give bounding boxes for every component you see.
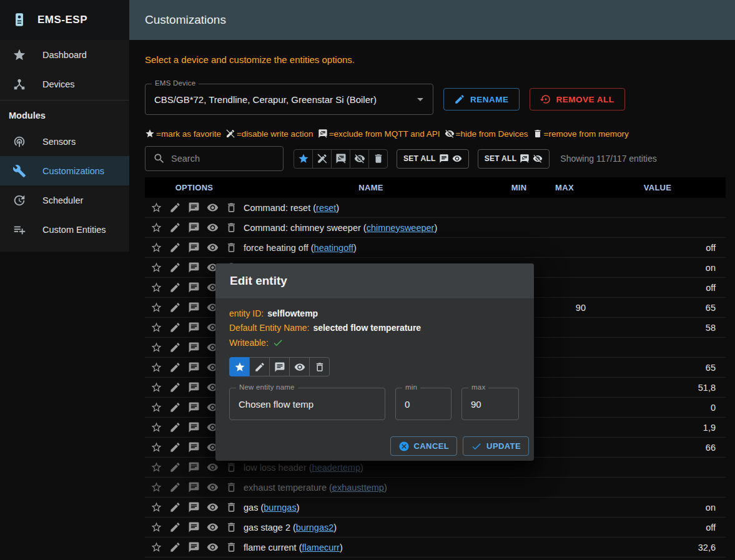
table-row[interactable]: force heating off (heatingoff)off [145,238,726,258]
min-input[interactable] [405,399,442,410]
filter-disable-write-button[interactable] [312,149,332,169]
min-field: min [395,388,451,420]
sidebar-item-customizations[interactable]: Customizations [0,156,129,185]
table-row[interactable]: gas stage 2 (burngas2)off [145,518,726,538]
chat-icon [188,361,200,373]
dialog-fields-row: New entity name min max [229,388,520,420]
intro-text: Select a device and customize the entiti… [145,54,726,66]
sidebar: EMS-ESP Dashboard Devices Modules Sensor… [0,0,129,560]
entity-id-value: selflowtemp [267,308,318,318]
entity-id-link[interactable]: headertemp [312,463,360,473]
chat-icon [188,262,200,273]
devices-icon [12,77,26,91]
new-entity-name-field: New entity name [229,388,385,420]
sidebar-item-sensors[interactable]: Sensors [0,127,129,156]
table-row[interactable]: gas (burngas)on [145,498,726,518]
entity-id-link[interactable]: heatingoff [314,243,353,253]
chat-icon [188,242,200,253]
sidebar-item-dashboard[interactable]: Dashboard [0,40,129,69]
row-option-icons [145,461,244,473]
toggle-exclude-mqtt-button[interactable] [269,357,290,376]
filter-exclude-mqtt-button[interactable] [331,149,350,169]
sidebar-nav: Dashboard Devices Modules Sensors Custom… [0,40,129,252]
entity-id-link[interactable]: exhausttemp [332,483,384,493]
writeable-line: Writeable: [229,337,520,348]
chat-icon [188,202,200,214]
chat-off-icon [318,129,328,139]
max-field: max [461,388,519,420]
sidebar-item-label: Custom Entities [42,225,106,235]
entity-name: exhaust temperature (exhausttemp) [244,483,498,493]
table-row[interactable]: exhaust temperature (exhausttemp) [145,478,726,498]
toggle-favorite-button[interactable] [229,357,250,376]
sidebar-item-label: Dashboard [42,50,87,60]
chat-icon [188,501,200,513]
rename-button[interactable]: RENAME [443,88,520,111]
star-icon [298,153,309,164]
device-row: EMS Device CBS/GB*72, Trendline, Cerapur… [145,84,726,115]
sidebar-item-custom-entities[interactable]: Custom Entities [0,215,129,244]
entity-value: 58 [589,323,726,333]
chat-icon [188,521,200,533]
chat-icon [188,541,200,553]
edit-icon [169,202,181,214]
edit-icon [254,361,265,373]
row-option-icons [145,501,244,513]
new-entity-name-input[interactable] [239,399,376,410]
toggle-remove-button[interactable] [309,357,330,376]
table-row[interactable]: Command: chimney sweeper (chimneysweeper… [145,218,726,238]
entity-id-link[interactable]: chimneysweeper [367,223,435,233]
search-input[interactable] [171,154,275,164]
edit-icon [169,461,181,473]
entity-id-link[interactable]: burngas [264,503,296,513]
chat-off-icon [335,153,347,164]
filter-favorite-button[interactable] [294,149,313,169]
ems-device-label: EMS Device [152,79,199,87]
edit-icon [169,521,181,533]
entity-id-link[interactable]: burngas2 [296,523,333,533]
update-button[interactable]: UPDATE [463,436,529,456]
visibility-icon [207,501,219,513]
filter-toggle-group [294,149,388,169]
dialog-title: Edit entity [215,263,534,298]
table-row[interactable]: flame current (flamecurr)32,6 [145,538,726,558]
cancel-button[interactable]: CANCEL [390,436,458,456]
filter-remove-button[interactable] [368,149,388,169]
check-icon [471,441,482,452]
cancel-circle-icon [398,441,410,452]
max-input[interactable] [471,399,510,410]
toggle-hide-devices-button[interactable] [289,357,310,376]
edit-icon [169,302,181,313]
visibility-icon [207,202,219,214]
entity-value: 32,6 [589,543,726,553]
entity-id-link[interactable]: reset [316,203,336,213]
table-row[interactable]: Command: reset (reset) [145,198,726,218]
chat-off-icon [520,154,530,164]
star-icon [150,481,162,493]
visibility-icon [207,222,219,233]
delete-icon [225,461,237,473]
set-all-hidden-button[interactable]: SET ALL [478,149,550,169]
ems-device-select[interactable]: EMS Device CBS/GB*72, Trendline, Cerapur… [145,84,433,115]
remove-all-button[interactable]: REMOVE ALL [530,88,625,111]
chat-icon [188,441,200,453]
search-field[interactable] [145,146,284,171]
row-option-icons [145,242,244,253]
entity-name: Command: chimney sweeper (chimneysweeper… [244,223,498,233]
entity-option-toggle-group [229,357,520,376]
toggle-disable-write-button[interactable] [249,357,270,376]
entity-value: 66 [589,443,726,453]
sidebar-item-scheduler[interactable]: Scheduler [0,185,129,215]
row-option-icons [145,541,244,553]
set-all-visible-button[interactable]: SET ALL [397,149,469,169]
visibility-icon [452,154,462,164]
custom-entities-icon [12,223,26,237]
sidebar-item-devices[interactable]: Devices [0,69,129,99]
filter-hide-devices-button[interactable] [350,149,369,169]
visibility-icon [207,242,219,253]
delete-icon [225,222,237,233]
sensors-icon [12,135,26,149]
ems-device-value: CBS/GB*72, Trendline, Cerapur, Greenstar… [154,94,377,105]
entity-id-link[interactable]: flamecurr [302,543,339,553]
entity-name: low loss header (headertemp) [244,463,498,473]
